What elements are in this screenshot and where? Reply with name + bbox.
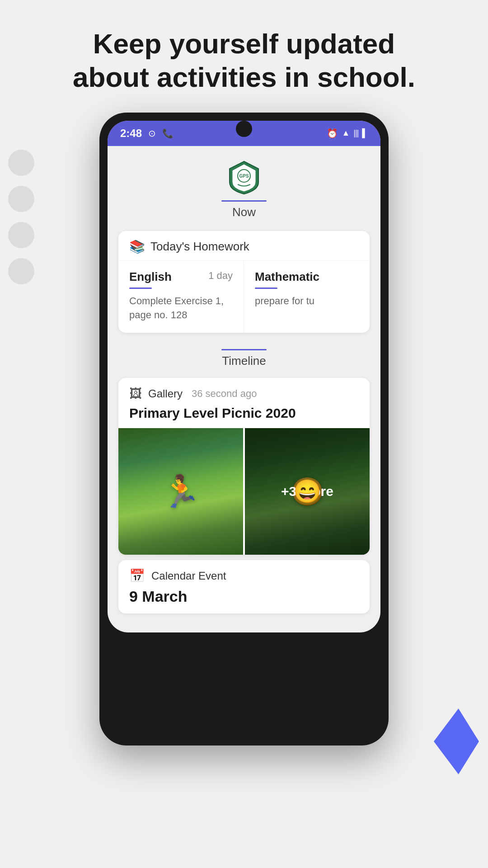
gallery-image-1[interactable]: 🏃 — [118, 428, 243, 555]
homework-icon: 📚 — [129, 239, 145, 254]
deco-circle-3 — [8, 222, 34, 248]
page-headline: Keep yourself updated about activities i… — [0, 0, 488, 113]
now-tab-label: Now — [232, 205, 256, 219]
svg-text:GPS: GPS — [239, 174, 249, 179]
subject-english-days: 1 day — [208, 270, 233, 282]
homework-subjects: English 1 day Complete Exercise 1, page … — [118, 261, 370, 333]
calendar-type: Calendar Event — [151, 570, 226, 582]
subject-english[interactable]: English 1 day Complete Exercise 1, page … — [118, 261, 244, 333]
gallery-image-2[interactable]: 😄 +3 more — [245, 428, 370, 555]
timeline-section: Timeline — [108, 340, 380, 373]
subject-math-desc: prepare for tu — [255, 294, 359, 308]
now-tab[interactable]: Now — [221, 200, 267, 219]
deco-circle-4 — [8, 258, 34, 284]
phone-screen: 2:48 ⊙ 📞 ⏰ ▲ ||| ▌ — [108, 121, 380, 633]
more-overlay: +3 more — [245, 428, 370, 555]
phone-frame: 2:48 ⊙ 📞 ⏰ ▲ ||| ▌ — [99, 113, 389, 745]
subject-math[interactable]: Mathematic prepare for tu — [244, 261, 370, 333]
battery-icon: ▌ — [362, 128, 368, 138]
gallery-card-header: 🖼 Gallery 36 second ago — [118, 378, 370, 406]
decorative-circles — [8, 150, 34, 284]
decorative-triangle — [434, 669, 488, 814]
deco-circle-1 — [8, 150, 34, 176]
subject-math-underline — [255, 288, 277, 289]
clock-icon: ⏰ — [327, 128, 338, 139]
status-bar-left: 2:48 ⊙ 📞 — [120, 127, 174, 140]
timeline-tab-label: Timeline — [222, 354, 266, 368]
gallery-time: 36 second ago — [192, 388, 257, 400]
calendar-icon: 📅 — [129, 568, 145, 583]
more-count: +3 more — [281, 484, 333, 499]
subject-english-header: English 1 day — [129, 270, 233, 284]
gallery-title: Primary Level Picnic 2020 — [118, 406, 370, 428]
gallery-images: 🏃 😄 +3 more — [118, 428, 370, 555]
headline-line1: Keep yourself updated — [93, 28, 395, 59]
subject-english-desc: Complete Exercise 1, page no. 128 — [129, 294, 233, 322]
calendar-card[interactable]: 📅 Calendar Event 9 March — [118, 560, 370, 613]
gallery-card[interactable]: 🖼 Gallery 36 second ago Primary Level Pi… — [118, 378, 370, 555]
timeline-tab-underline — [221, 349, 267, 350]
school-logo: GPS — [226, 160, 262, 196]
school-section: GPS Now — [108, 146, 380, 224]
homework-card: 📚 Today's Homework English 1 day Complet… — [118, 231, 370, 333]
subject-english-underline — [129, 288, 152, 289]
subject-math-header: Mathematic — [255, 270, 359, 284]
status-time: 2:48 — [120, 127, 142, 140]
now-tab-underline — [221, 200, 267, 202]
calendar-card-header: 📅 Calendar Event — [129, 568, 359, 583]
calendar-date: 9 March — [129, 588, 359, 605]
status-icon-2: 📞 — [162, 128, 174, 139]
status-icon-1: ⊙ — [148, 128, 156, 139]
phone-notch — [236, 121, 252, 137]
gallery-icon: 🖼 — [129, 386, 142, 401]
signal-icon: ||| — [353, 128, 358, 138]
homework-title: Today's Homework — [150, 240, 249, 254]
homework-header: 📚 Today's Homework — [118, 231, 370, 261]
subject-math-name: Mathematic — [255, 270, 319, 284]
bottom-padding — [108, 619, 380, 632]
status-bar-right: ⏰ ▲ ||| ▌ — [327, 128, 368, 139]
wifi-icon: ▲ — [342, 128, 350, 138]
subject-english-name: English — [129, 270, 172, 284]
headline-line2: about activities in school. — [73, 61, 415, 93]
deco-circle-2 — [8, 186, 34, 212]
gallery-label: Gallery — [148, 387, 183, 400]
